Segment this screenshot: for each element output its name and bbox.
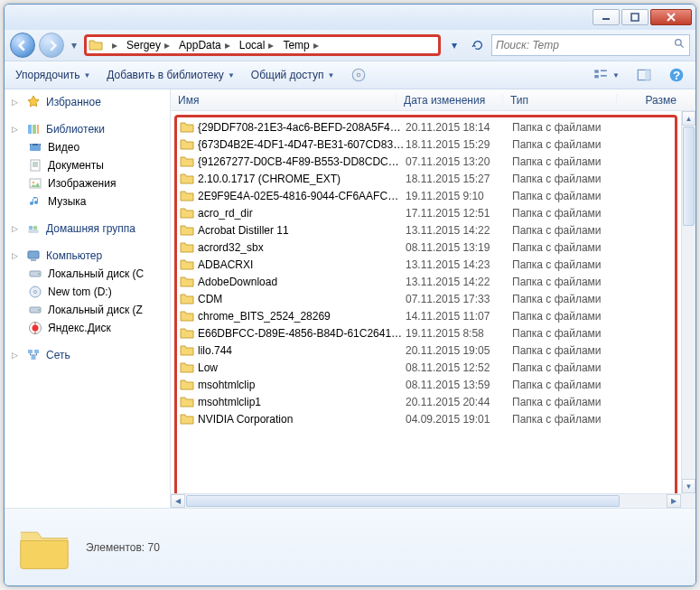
sidebar-computer[interactable]: ▷ Компьютер (5, 247, 170, 265)
sidebar-favorites[interactable]: ▷ Избранное (5, 93, 170, 111)
scroll-left-button[interactable]: ◀ (171, 494, 185, 508)
svg-rect-1 (631, 14, 639, 21)
file-type: Папка с файлами (512, 241, 626, 254)
horizontal-scrollbar[interactable]: ◀ ▶ (171, 493, 681, 508)
file-type: Папка с файлами (512, 138, 626, 151)
help-button[interactable]: ? (665, 64, 688, 86)
table-row[interactable]: AdobeDownload13.11.2015 14:22Папка с фай… (180, 273, 677, 290)
svg-rect-9 (601, 75, 607, 77)
breadcrumb-segment[interactable]: Temp▸ (279, 39, 322, 52)
network-icon (26, 348, 41, 362)
folder-icon (180, 361, 194, 375)
svg-point-19 (31, 144, 32, 145)
file-name: Acrobat Distiller 11 (198, 224, 406, 237)
sidebar-item[interactable]: Локальный диск (Z (5, 301, 170, 319)
file-date: 20.11.2015 20:44 (406, 396, 512, 408)
sidebar-homegroup[interactable]: ▷ Домашняя группа (5, 220, 170, 238)
scroll-down-button[interactable]: ▼ (682, 479, 695, 493)
scroll-right-button[interactable]: ▶ (667, 494, 681, 508)
file-date: 08.11.2015 13:19 (406, 241, 512, 254)
table-row[interactable]: acrord32_sbx08.11.2015 13:19Папка с файл… (180, 239, 677, 256)
table-row[interactable]: msohtmlclip120.11.2015 20:44Папка с файл… (180, 393, 677, 410)
file-name: lilo.744 (198, 344, 406, 357)
computer-icon (26, 248, 41, 263)
breadcrumb-segment[interactable]: ▸ (105, 39, 121, 52)
forward-button[interactable] (39, 33, 64, 58)
column-date[interactable]: Дата изменения (397, 94, 503, 107)
file-list[interactable]: {29DDF708-21E3-4ac6-BEFD-208A5F4B6B...20… (171, 111, 681, 493)
svg-point-35 (34, 291, 37, 294)
column-name[interactable]: Имя (171, 94, 397, 107)
sidebar-network[interactable]: ▷ Сеть (5, 346, 170, 364)
table-row[interactable]: Low08.11.2015 12:52Папка с файлами (180, 359, 677, 376)
file-name: E66DBFCC-D89E-4856-B84D-61C26411E03E (198, 327, 406, 340)
sidebar-item-label: Изображения (48, 177, 116, 190)
svg-rect-41 (28, 350, 33, 353)
burn-button[interactable] (347, 64, 370, 86)
sidebar-item[interactable]: Изображения (5, 174, 170, 192)
table-row[interactable]: chrome_BITS_2524_2826914.11.2015 11:07Па… (180, 307, 677, 324)
minimize-button[interactable] (593, 9, 620, 25)
organize-button[interactable]: Упорядочить▼ (12, 66, 94, 84)
search-box[interactable] (491, 34, 690, 56)
breadcrumb-segment[interactable]: AppData▸ (175, 39, 234, 52)
file-date: 19.11.2015 9:10 (406, 190, 512, 202)
folder-icon (180, 343, 194, 358)
table-row[interactable]: acro_rd_dir17.11.2015 12:51Папка с файла… (180, 204, 677, 221)
file-date: 08.11.2015 13:59 (406, 379, 512, 391)
sidebar-libraries[interactable]: ▷ Библиотеки (5, 120, 170, 138)
file-name: acro_rd_dir (198, 207, 406, 220)
table-row[interactable]: lilo.74420.11.2015 19:05Папка с файлами (180, 342, 677, 359)
share-button[interactable]: Общий доступ▼ (247, 66, 339, 84)
svg-point-26 (33, 182, 35, 184)
close-button[interactable] (650, 9, 692, 25)
file-date: 08.11.2015 12:52 (406, 361, 512, 374)
breadcrumb-segment[interactable]: Sergey▸ (123, 39, 173, 52)
address-bar[interactable]: ▸ Sergey▸ AppData▸ Local▸ Temp▸ (84, 34, 441, 56)
sidebar-item[interactable]: Музыка (5, 192, 170, 211)
back-button[interactable] (10, 33, 35, 58)
sidebar-item[interactable]: New tom (D:) (5, 283, 170, 301)
table-row[interactable]: CDM07.11.2015 17:33Папка с файлами (180, 290, 677, 307)
sidebar-item[interactable]: Яндекс.Диск (5, 319, 170, 337)
refresh-button[interactable] (468, 35, 488, 55)
table-row[interactable]: 2.10.0.1717 (CHROME_EXT)18.11.2015 15:27… (180, 170, 677, 187)
column-size[interactable]: Разме (617, 94, 695, 107)
search-input[interactable] (496, 39, 670, 52)
table-row[interactable]: msohtmlclip08.11.2015 13:59Папка с файла… (180, 376, 677, 393)
sidebar-item[interactable]: Документы (5, 156, 170, 174)
scroll-track[interactable] (682, 227, 695, 479)
table-row[interactable]: Acrobat Distiller 1113.11.2015 14:22Папк… (180, 221, 677, 239)
file-type: Папка с файлами (512, 224, 626, 237)
maximize-button[interactable] (621, 9, 649, 25)
file-name: chrome_BITS_2524_28269 (198, 310, 406, 323)
folder-icon (180, 309, 194, 323)
file-type: Папка с файлами (512, 293, 626, 305)
preview-pane-button[interactable] (632, 64, 656, 86)
table-row[interactable]: 2E9F9E4A-02E5-4816-9044-CF6AAFCBDF8B19.1… (180, 187, 677, 204)
sidebar-item[interactable]: Локальный диск (C (5, 265, 170, 283)
scroll-thumb[interactable] (683, 126, 695, 226)
video-icon (28, 140, 42, 155)
table-row[interactable]: ADBACRXI13.11.2015 14:23Папка с файлами (180, 256, 677, 273)
sidebar-item-label: New tom (D:) (48, 286, 112, 298)
table-row[interactable]: E66DBFCC-D89E-4856-B84D-61C26411E03E19.1… (180, 324, 677, 342)
table-row[interactable]: NVIDIA Corporation04.09.2015 19:01Папка … (180, 410, 677, 427)
table-row[interactable]: {29DDF708-21E3-4ac6-BEFD-208A5F4B6B...20… (180, 118, 677, 136)
address-history-dropdown[interactable]: ▾ (444, 35, 464, 55)
table-row[interactable]: {673D4B2E-4DF1-4D47-BE31-607CD83833...18… (180, 136, 677, 153)
add-to-library-button[interactable]: Добавить в библиотеку▼ (103, 66, 238, 84)
sidebar-item[interactable]: Видео (5, 138, 170, 156)
svg-rect-40 (35, 323, 36, 334)
file-date: 13.11.2015 14:22 (406, 224, 512, 237)
folder-icon (180, 412, 194, 426)
scroll-up-button[interactable]: ▲ (682, 111, 695, 126)
breadcrumb-segment[interactable]: Local▸ (236, 39, 278, 52)
vertical-scrollbar[interactable]: ▲ ▼ (681, 111, 695, 493)
scroll-thumb[interactable] (186, 495, 620, 507)
view-options-button[interactable]: ▼ (589, 64, 623, 86)
scroll-track[interactable] (621, 494, 667, 508)
table-row[interactable]: {91267277-D0CB-4F89-B553-DD8CDCB84...07.… (180, 153, 677, 170)
column-type[interactable]: Тип (503, 94, 617, 107)
nav-history-dropdown[interactable]: ▾ (68, 39, 80, 52)
